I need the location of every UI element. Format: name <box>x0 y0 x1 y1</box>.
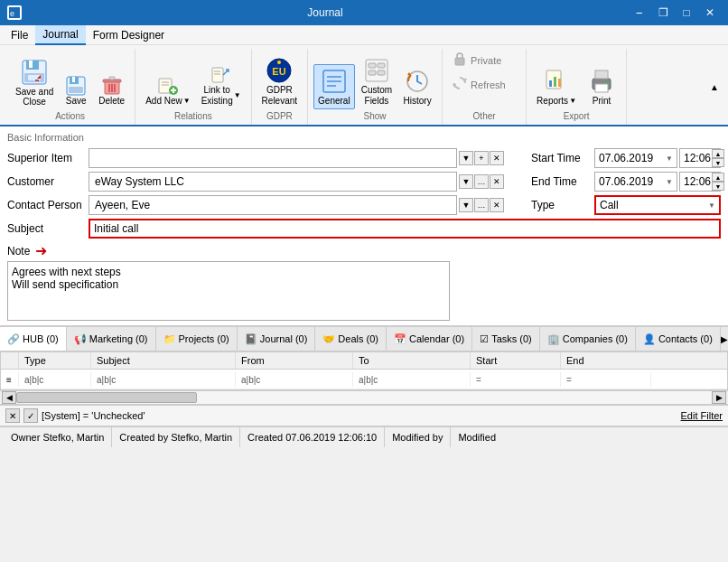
window-title: Journal <box>22 6 629 19</box>
history-button[interactable]: History <box>398 64 436 109</box>
start-date-dropdown-icon[interactable]: ▼ <box>664 155 675 163</box>
grid-col-start[interactable]: Start <box>471 352 561 369</box>
tab-tasks[interactable]: ☑ Tasks (0) <box>472 327 540 351</box>
delete-label: Delete <box>98 96 125 107</box>
contact-person-dot-btn[interactable]: … <box>474 198 489 212</box>
tab-contacts[interactable]: 👤 Contacts (0) <box>636 327 721 351</box>
grid-col-subject[interactable]: Subject <box>91 352 236 369</box>
custom-fields-button[interactable]: CustomFields <box>357 53 397 109</box>
restore-button[interactable]: ❒ <box>652 4 674 22</box>
delete-button[interactable]: Delete <box>94 73 129 109</box>
status-modified: Modified <box>451 427 503 447</box>
type-input[interactable]: Call ▼ <box>594 195 721 215</box>
start-time-up[interactable]: ▲ <box>712 149 724 158</box>
end-time-label: End Time <box>531 175 594 188</box>
gdpr-button[interactable]: EU GDPRRelevant <box>257 53 302 109</box>
type-dropdown-icon[interactable]: ▼ <box>706 201 717 210</box>
menu-file[interactable]: File <box>4 25 35 45</box>
svg-rect-50 <box>595 84 608 92</box>
row-start-value: = <box>476 375 481 385</box>
customer-dropdown-btn[interactable]: ▼ <box>459 174 473 189</box>
grid-col-type[interactable]: Type <box>19 352 91 369</box>
superior-item-field[interactable] <box>93 152 453 164</box>
superior-item-label: Superior Item <box>7 152 89 164</box>
end-date-input[interactable]: 07.06.2019 ▼ <box>594 172 677 192</box>
row-start-cell: = <box>471 372 561 387</box>
superior-item-clear-btn[interactable]: ✕ <box>490 151 504 165</box>
superior-item-add-btn[interactable]: + <box>474 151 489 165</box>
section-title: Basic Information <box>7 132 721 143</box>
filter-edit-btn[interactable]: Edit Filter <box>681 410 723 421</box>
menu-form-designer[interactable]: Form Designer <box>86 25 172 45</box>
subject-field[interactable] <box>94 222 715 235</box>
save-button[interactable]: Save <box>60 73 92 109</box>
tab-hub[interactable]: 🔗 HUB (0) <box>0 327 67 351</box>
menu-journal[interactable]: Journal <box>35 25 85 45</box>
svg-rect-4 <box>29 61 33 68</box>
general-button[interactable]: General <box>313 64 355 109</box>
scroll-right-button[interactable]: ▶ <box>712 391 726 404</box>
start-time-down[interactable]: ▼ <box>712 158 724 167</box>
end-time-down[interactable]: ▼ <box>712 182 724 191</box>
ribbon-group-relations: Add New ▼ Link toExisting ▼ Relations <box>135 49 251 125</box>
svg-rect-38 <box>378 70 385 75</box>
private-button[interactable]: Private <box>448 49 520 71</box>
tab-journal[interactable]: 📓 Journal (0) <box>238 327 316 351</box>
note-label: Note ➜ <box>7 242 721 259</box>
svg-point-29 <box>277 61 281 64</box>
maximize-button[interactable]: □ <box>676 4 697 22</box>
tabs-bar: 🔗 HUB (0) 📢 Marketing (0) 📁 Projects (0)… <box>0 327 728 351</box>
add-new-button[interactable]: Add New ▼ <box>141 73 195 109</box>
gdpr-group-label: GDPR <box>266 111 293 121</box>
customer-dot-btn[interactable]: … <box>474 174 489 189</box>
reports-button[interactable]: Reports ▼ <box>532 64 581 109</box>
scroll-left-button[interactable]: ◀ <box>2 391 16 404</box>
grid-data-row[interactable]: ≡ a|b|c a|b|c a|b|c a|b|c = = <box>1 370 727 389</box>
tab-deals[interactable]: 🤝 Deals (0) <box>315 327 387 351</box>
reports-label: Reports ▼ <box>537 96 576 107</box>
tab-projects[interactable]: 📁 Projects (0) <box>156 327 238 351</box>
link-existing-button[interactable]: Link toExisting ▼ <box>197 62 246 109</box>
grid-col-end[interactable]: End <box>561 352 651 369</box>
close-button[interactable]: ✕ <box>699 4 721 22</box>
other-group-label: Other <box>473 111 496 121</box>
note-textarea[interactable] <box>7 261 450 321</box>
tab-calendar[interactable]: 📅 Calendar (0) <box>387 327 472 351</box>
ribbon-collapse-button[interactable]: ▲ <box>706 49 723 125</box>
ribbon: Save andClose Save <box>0 45 728 126</box>
contact-person-clear-btn[interactable]: ✕ <box>490 198 504 212</box>
gdpr-label: GDPRRelevant <box>262 85 297 107</box>
contact-person-input[interactable]: Ayeen, Eve <box>89 195 457 215</box>
print-button[interactable]: Print <box>583 64 621 109</box>
superior-item-dropdown-btn[interactable]: ▼ <box>459 151 473 165</box>
end-time-up[interactable]: ▲ <box>712 173 724 182</box>
grid-col-to[interactable]: To <box>353 352 471 369</box>
customer-input[interactable]: eWay System LLC <box>89 172 457 192</box>
journal-tab-icon: 📓 <box>245 333 257 345</box>
type-value: Call <box>598 199 706 211</box>
row-subject-icon: a|b|c <box>97 375 116 385</box>
tab-companies[interactable]: 🏢 Companies (0) <box>540 327 636 351</box>
row-subject-cell: a|b|c <box>91 372 236 387</box>
end-date-dropdown-icon[interactable]: ▼ <box>664 178 675 186</box>
filter-close-btn[interactable]: ✕ <box>5 408 20 423</box>
print-icon <box>587 67 616 96</box>
svg-text:EU: EU <box>273 66 286 77</box>
save-close-button[interactable]: Save andClose <box>11 55 58 109</box>
grid-col-from[interactable]: From <box>236 352 353 369</box>
subject-input[interactable] <box>89 219 721 239</box>
tab-marketing[interactable]: 📢 Marketing (0) <box>67 327 156 351</box>
start-time-input[interactable]: 12:06 ▲ ▼ <box>679 148 721 168</box>
minimize-button[interactable]: ‒ <box>629 4 650 22</box>
horizontal-scrollbar[interactable]: ◀ ▶ <box>0 390 728 405</box>
row-type-cell: a|b|c <box>19 372 91 387</box>
end-time-input[interactable]: 12:06 ▲ ▼ <box>679 172 721 192</box>
contact-person-dropdown-btn[interactable]: ▼ <box>459 198 473 212</box>
filter-check-btn[interactable]: ✓ <box>23 408 38 423</box>
superior-item-input[interactable] <box>89 148 457 168</box>
start-date-input[interactable]: 07.06.2019 ▼ <box>594 148 677 168</box>
scroll-thumb[interactable] <box>16 392 197 403</box>
customer-clear-btn[interactable]: ✕ <box>490 174 504 189</box>
refresh-button[interactable]: Refresh <box>448 73 520 96</box>
tabs-scroll-right[interactable]: ▶ <box>721 327 728 351</box>
